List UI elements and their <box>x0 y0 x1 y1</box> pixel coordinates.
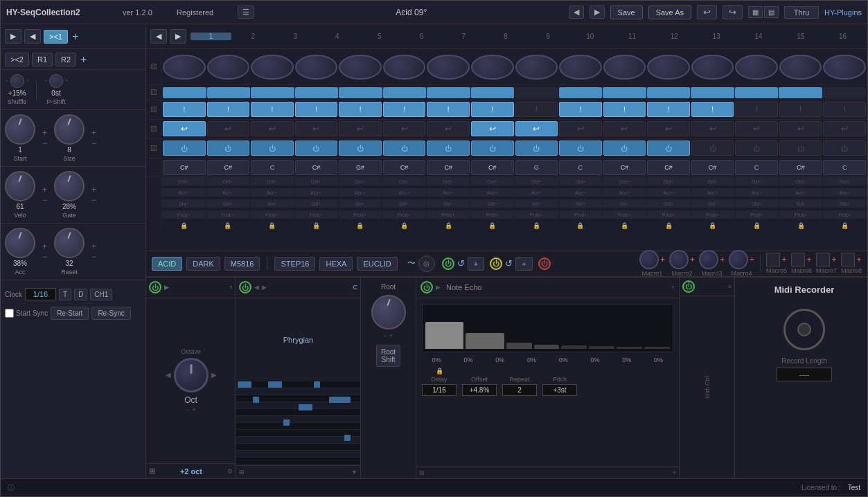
power-cell-13[interactable]: ⏻ <box>691 141 734 156</box>
macro3-knob[interactable] <box>699 250 718 269</box>
sld-cells-cell-7[interactable]: Sld+ <box>427 199 470 208</box>
prob-cells-cell-12[interactable]: Prob+ <box>647 210 691 219</box>
vel-cell-3[interactable] <box>251 87 294 98</box>
power-toggle-2[interactable]: ⏻ <box>490 257 502 270</box>
prob-cells-cell-2[interactable]: Prob+ <box>206 210 250 219</box>
note-cell-16[interactable]: C <box>823 160 866 175</box>
accent-cell-6[interactable]: ! <box>383 102 426 117</box>
acc-param-cells-cell-10[interactable]: Acc+ <box>559 188 603 197</box>
accent-cell-12[interactable]: ! <box>647 102 690 117</box>
accent-cell-9[interactable]: ! <box>515 102 558 117</box>
oct-left-arrow[interactable]: ◀ <box>166 371 171 379</box>
start-plus[interactable]: + <box>42 129 47 137</box>
root-shift-btn[interactable]: Root Shift <box>376 345 400 367</box>
root-down[interactable]: − <box>384 332 387 339</box>
note-cell-5[interactable]: G# <box>339 160 382 175</box>
acc-param-cells-cell-2[interactable]: Acc+ <box>206 188 250 197</box>
nav-step1[interactable]: ><1 <box>44 30 68 44</box>
seq-knob-15[interactable] <box>779 55 822 80</box>
root-knob[interactable] <box>371 295 406 329</box>
echo-plus-footer[interactable]: + <box>673 469 676 476</box>
note-cell-13[interactable]: C# <box>691 160 734 175</box>
lock-cell-14[interactable]: 🔒 <box>735 222 779 230</box>
acc-param-cells-cell-16[interactable]: Acc+ <box>823 188 867 197</box>
power-cell-8[interactable]: ⏻ <box>471 141 514 156</box>
acc-minus[interactable]: − <box>42 253 47 261</box>
vel-cell-7[interactable] <box>427 87 470 98</box>
sld-cells-cell-5[interactable]: Sld+ <box>339 199 382 208</box>
gate-minus[interactable]: − <box>91 196 96 204</box>
prob-cells-cell-14[interactable]: Prob+ <box>735 210 779 219</box>
pitch-value[interactable]: +3st <box>542 384 577 396</box>
prob-cells-cell-10[interactable]: Prob+ <box>559 210 603 219</box>
prob-cells-cell-5[interactable]: Prob+ <box>339 210 382 219</box>
power-cell-9[interactable]: ⏻ <box>515 141 558 156</box>
waveform-icon[interactable]: 〜 <box>407 257 416 269</box>
resync-button[interactable]: Re-Sync <box>91 307 130 320</box>
seq-next[interactable]: ▶ <box>170 29 186 44</box>
power-cell-3[interactable]: ⏻ <box>251 141 294 156</box>
lock-cell-6[interactable]: 🔒 <box>382 222 426 230</box>
oct-cells-cell-5[interactable]: Oct+ <box>339 177 382 186</box>
root-up[interactable]: + <box>389 332 393 339</box>
clock-t-btn[interactable]: T <box>59 289 71 300</box>
plus-btn-seq2[interactable]: + <box>515 257 532 271</box>
circle-btn-1[interactable]: ◎ <box>418 255 435 272</box>
macro2-add[interactable]: + <box>690 255 695 264</box>
piano-roll-cell[interactable] <box>344 435 351 441</box>
nav-r2[interactable]: R2 <box>55 53 76 66</box>
note-cell-11[interactable]: C# <box>603 160 646 175</box>
sld-cells-cell-8[interactable]: Sld+ <box>470 199 514 208</box>
plus-btn-seq1[interactable]: + <box>468 257 484 271</box>
oct-cells-cell-4[interactable]: Oct+ <box>294 177 338 186</box>
oct-cells-cell-6[interactable]: Oct+ <box>382 177 426 186</box>
vel-cell-14[interactable] <box>735 87 779 98</box>
prob-cells-cell-4[interactable]: Prob+ <box>294 210 338 219</box>
tie-cell-15[interactable]: ↩ <box>779 121 822 136</box>
seq-knob-4[interactable] <box>295 55 338 80</box>
sld-cells-cell-16[interactable]: Sld+ <box>823 199 867 208</box>
piano-roll-cell[interactable] <box>314 381 320 388</box>
lock-cell-1[interactable]: 🔒 <box>162 222 206 230</box>
accent-cell-4[interactable]: ! <box>295 102 338 117</box>
piano-nav-left[interactable]: ◀ <box>254 284 259 291</box>
gate-knob[interactable] <box>54 171 85 201</box>
euclid-mode-btn[interactable]: EUCLID <box>357 257 397 271</box>
acc-param-cells-cell-11[interactable]: Acc+ <box>603 188 646 197</box>
acc-param-cells-cell-1[interactable]: Acc+ <box>162 188 206 197</box>
lock-cell-15[interactable]: 🔒 <box>779 222 823 230</box>
accent-cell-5[interactable]: ! <box>339 102 382 117</box>
macro1-knob[interactable] <box>639 250 659 269</box>
vel-cell-12[interactable] <box>647 87 691 98</box>
hexa-mode-btn[interactable]: HEXA <box>319 257 353 271</box>
tie-row-icon[interactable]: ⚄ <box>146 120 161 138</box>
oct-cells-cell-8[interactable]: Oct+ <box>470 177 514 186</box>
oct-cells-cell-2[interactable]: Oct+ <box>206 177 250 186</box>
nav-forward[interactable]: ▶ <box>5 29 21 44</box>
macro4-knob[interactable] <box>729 250 748 269</box>
size-minus[interactable]: − <box>91 139 96 147</box>
shuffle-down[interactable]: − <box>5 78 8 84</box>
seq-knob-13[interactable] <box>691 55 734 80</box>
seq-knob-11[interactable] <box>603 55 646 80</box>
velo-knob[interactable] <box>5 171 35 201</box>
accent-cell-7[interactable]: ! <box>427 102 470 117</box>
knobs-row-icon[interactable]: ⚄ <box>146 49 161 84</box>
tie-cell-5[interactable]: ↩ <box>339 121 382 136</box>
vel-cell-15[interactable] <box>779 87 822 98</box>
tie-cell-16[interactable]: ↩ <box>823 121 866 136</box>
tie-cell-2[interactable]: ↩ <box>207 121 250 136</box>
octave-knob[interactable] <box>174 358 209 392</box>
macro3-add[interactable]: + <box>720 255 725 264</box>
prob-cells-cell-8[interactable]: Prob+ <box>470 210 514 219</box>
macro5-box[interactable] <box>766 253 780 266</box>
tie-cell-8[interactable]: ↩ <box>471 121 514 136</box>
prob-cells-cell-15[interactable]: Prob+ <box>779 210 823 219</box>
oct-cells-cell-12[interactable]: Oct+ <box>647 177 691 186</box>
next-preset-button[interactable]: ▶ <box>590 6 605 19</box>
note-cell-7[interactable]: C# <box>427 160 470 175</box>
seq-knob-3[interactable] <box>251 55 294 80</box>
lock-cell-9[interactable]: 🔒 <box>515 222 558 230</box>
seq-knob-7[interactable] <box>427 55 470 80</box>
size-knob[interactable] <box>54 114 85 145</box>
